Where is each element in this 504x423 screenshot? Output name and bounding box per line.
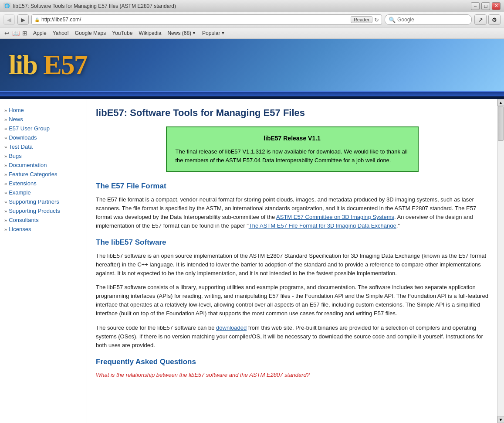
share-button[interactable]: ↗ [474,14,487,25]
faq-question-1: What is the relationship between the lib… [96,371,488,379]
sidebar-item-downloads[interactable]: » Downloads [4,133,82,142]
sidebar-item-bugs[interactable]: » Bugs [4,151,82,160]
sidebar-link-test-data[interactable]: Test Data [9,143,33,150]
bullet-icon: » [4,181,7,186]
window-title: libE57: Software Tools for Managing E57 … [13,3,176,9]
section-e57-format-para: The E57 file format is a compact, vendor… [96,195,488,231]
page-title: libE57: Software Tools for Managing E57 … [96,106,488,120]
sidebar-link-consultants[interactable]: Consultants [9,217,39,223]
address-bar-container: 🔒 Reader ↻ [31,14,382,25]
site-header: lib E57 [0,39,504,91]
chevron-down-icon: ▼ [192,31,196,35]
sidebar-item-home[interactable]: » Home [4,106,82,115]
sidebar-link-downloads[interactable]: Downloads [9,134,37,141]
section-libe57-para2: The libE57 software consists of a librar… [96,283,488,318]
bullet-icon: » [4,117,7,122]
reading-list-icon[interactable]: 📖 [12,30,20,37]
sidebar-link-extensions[interactable]: Extensions [9,180,37,187]
release-box-text: The final release of libE57 V1.1.312 is … [176,147,409,164]
link-astm-committee[interactable]: ASTM E57 Committee on 3D Imaging Systems [276,214,394,220]
bookmark-wikipedia[interactable]: Wikipedia [136,30,163,37]
search-input[interactable] [397,17,463,23]
sidebar-link-home[interactable]: Home [9,107,24,113]
bullet-icon: » [4,144,7,150]
search-icon: 🔍 [389,17,396,23]
grid-icon[interactable]: ⊞ [22,30,27,37]
sidebar: » Home » News » E57 User Group » Downloa… [0,99,87,423]
sidebar-item-supporting-products[interactable]: » Supporting Products [4,206,82,215]
sidebar-link-bugs[interactable]: Bugs [9,153,22,159]
bookmark-apple[interactable]: Apple [31,30,49,37]
bullet-icon: » [4,199,7,205]
back-button[interactable]: ◀ [3,14,15,25]
blue-border-line [0,91,504,96]
forward-button[interactable]: ▶ [17,14,29,25]
bullet-icon: » [4,135,7,140]
sidebar-link-feature-categories[interactable]: Feature Categories [9,171,57,177]
section-libe57-title: The libE57 Software [96,237,488,248]
bullet-icon: » [4,218,7,223]
bullet-icon: » [4,126,7,131]
sidebar-item-feature-categories[interactable]: » Feature Categories [4,170,82,179]
scrollbar[interactable]: ▲ ▼ [497,99,504,423]
close-button[interactable]: ✕ [492,2,501,10]
bookmark-popular[interactable]: Popular ▼ [200,30,227,37]
sidebar-link-licenses[interactable]: Licenses [9,226,31,232]
bookmark-youtube[interactable]: YouTube [110,30,135,37]
content-area: libE57: Software Tools for Managing E57 … [87,99,497,423]
sidebar-item-documentation[interactable]: » Documentation [4,160,82,170]
section-e57-format-title: The E57 File Format [96,181,488,192]
maximize-button[interactable]: □ [481,2,490,10]
window-icon: 🌐 [3,3,10,10]
sidebar-link-supporting-products[interactable]: Supporting Products [9,208,60,214]
search-bar: 🔍 [385,14,472,25]
scroll-up-arrow[interactable]: ▲ [497,99,504,106]
browser-toolbar: ◀ ▶ 🔒 Reader ↻ 🔍 ↗ ⚙ [0,12,504,27]
faq-title: Frequently Asked Questions [96,356,488,368]
scrollbar-thumb[interactable] [498,106,504,141]
sidebar-link-example[interactable]: Example [9,189,31,196]
bookmark-yahoo[interactable]: Yahoo! [51,30,71,37]
scroll-down-arrow[interactable]: ▼ [497,416,504,423]
section-libe57-para1: The libE57 software is an open source im… [96,252,488,278]
sidebar-item-test-data[interactable]: » Test Data [4,142,82,151]
link-astm-paper[interactable]: The ASTM E57 File Format for 3D Imaging … [249,222,396,229]
sidebar-item-e57-user-group[interactable]: » E57 User Group [4,124,82,133]
bookmarks-bar: ↩ 📖 ⊞ Apple Yahoo! Google Maps YouTube W… [0,27,504,39]
main-area: » Home » News » E57 User Group » Downloa… [0,99,504,423]
lock-icon: 🔒 [34,17,40,22]
bullet-icon: » [4,208,7,214]
refresh-button[interactable]: ↻ [374,17,379,23]
sidebar-link-supporting-partners[interactable]: Supporting Partners [9,198,59,205]
bullet-icon: » [4,172,7,177]
sidebar-link-documentation[interactable]: Documentation [9,162,47,168]
section-libe57-para3: The source code for the libE57 software … [96,324,488,350]
para3-before: The source code for the libE57 software … [96,324,216,331]
sidebar-item-news[interactable]: » News [4,115,82,124]
bookmark-news[interactable]: News (68) ▼ [165,30,198,37]
sidebar-item-licenses[interactable]: » Licenses [4,225,82,234]
scrollbar-track[interactable] [497,106,504,416]
reader-button[interactable]: Reader [351,16,372,23]
sidebar-item-supporting-partners[interactable]: » Supporting Partners [4,197,82,206]
minimize-button[interactable]: – [471,2,480,10]
bullet-icon: » [4,163,7,168]
bullet-icon: » [4,154,7,159]
site-logo: lib E57 [9,49,87,81]
sidebar-item-extensions[interactable]: » Extensions [4,179,82,188]
sidebar-link-e57-user-group[interactable]: E57 User Group [9,125,50,132]
bullet-icon: » [4,108,7,113]
sidebar-item-example[interactable]: » Example [4,188,82,197]
bullet-icon: » [4,190,7,195]
window-titlebar: 🌐 libE57: Software Tools for Managing E5… [0,0,504,12]
address-input[interactable] [41,17,349,23]
link-downloaded[interactable]: downloaded [216,324,247,331]
bookmark-google-maps[interactable]: Google Maps [73,30,108,37]
sidebar-link-news[interactable]: News [9,116,23,123]
release-box: libE57 Release V1.1 The final release of… [166,126,419,172]
bullet-icon: » [4,227,7,232]
settings-button[interactable]: ⚙ [488,14,501,25]
release-box-title: libE57 Release V1.1 [176,134,409,143]
sidebar-item-consultants[interactable]: » Consultants [4,215,82,225]
back-icon[interactable]: ↩ [4,30,10,37]
